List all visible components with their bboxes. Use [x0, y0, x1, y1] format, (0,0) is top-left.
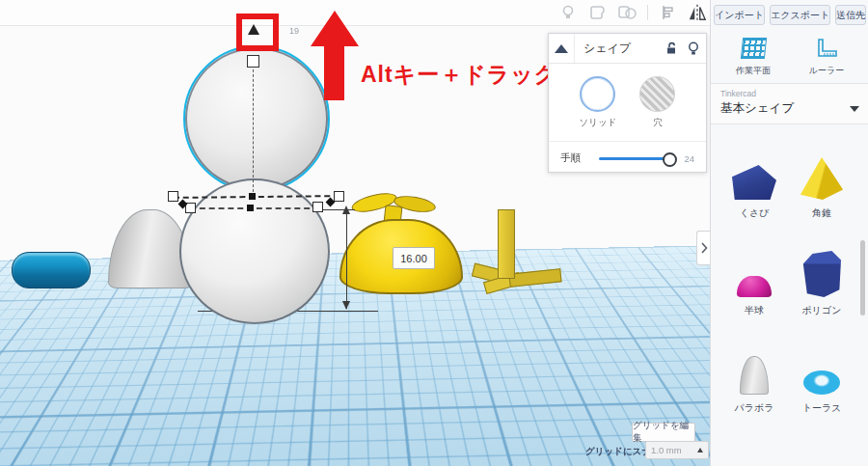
annotation-arrow-shaft [324, 44, 344, 100]
align-icon [660, 5, 675, 20]
ruler-tool[interactable]: ルーラー [798, 38, 855, 77]
shape-item-heart[interactable] [788, 423, 855, 464]
tinkercad-app: 16.00 19 Altキー＋ドラッグ [0, 0, 868, 466]
top-scale-handle[interactable] [247, 55, 259, 68]
shape-icon [588, 4, 608, 21]
mid-scale-handle[interactable] [247, 205, 254, 211]
steps-slider[interactable] [599, 157, 676, 160]
workplane-grid-icon [740, 38, 766, 59]
selection-box-front-edge [190, 207, 319, 209]
scale-handle[interactable] [312, 202, 323, 212]
dimension-arrow-up [342, 206, 350, 214]
scale-handle[interactable] [334, 191, 344, 202]
toolbar-divider [647, 5, 648, 20]
pyramid-shape-icon [800, 157, 844, 200]
shape-item-paraboloid[interactable]: パラボラ [720, 325, 788, 419]
send-to-button[interactable]: 送信先 [835, 5, 866, 25]
dimension-arrow-down [342, 301, 350, 310]
workplane-tool[interactable]: 作業平面 [724, 38, 782, 77]
shape-item-torus[interactable]: トーラス [788, 325, 855, 419]
lock-button[interactable] [662, 39, 681, 58]
align-button[interactable] [657, 2, 678, 23]
library-brand: Tinkercad [720, 89, 859, 98]
wedge-shape-icon [732, 165, 776, 200]
shape-item-label: くさび [740, 206, 770, 218]
ruler-icon [815, 38, 838, 59]
panel-scrollbar[interactable] [860, 240, 865, 315]
shape-library-grid: くさび 角錐 半球 ポリゴン パラボラ トーラス [711, 124, 868, 464]
shape-item-polygon[interactable]: ポリゴン [788, 228, 855, 321]
group-shapes-icon [617, 4, 638, 21]
partial-dimension-text: 19 [289, 26, 299, 36]
paraboloid-shape-icon [740, 356, 769, 395]
caret-down-icon [850, 106, 859, 112]
torus-shape-icon [803, 370, 840, 395]
hemisphere-shape-icon [737, 276, 772, 297]
shape-item-label: トーラス [802, 401, 842, 413]
steps-value: 24 [684, 153, 694, 164]
steps-label: 手順 [560, 151, 589, 165]
mirror-button[interactable] [687, 2, 708, 23]
dimension-value-box[interactable]: 16.00 [393, 247, 435, 269]
collapse-inspector-button[interactable] [549, 34, 575, 63]
solid-label: ソリッド [580, 117, 617, 129]
bulb-icon [559, 4, 577, 21]
shape-panel-header: シェイプ [549, 34, 706, 64]
scale-handle[interactable] [168, 191, 178, 202]
mirror-icon [687, 3, 708, 22]
shape-item-pyramid[interactable]: 角錐 [788, 130, 855, 224]
lightbulb-icon [688, 41, 699, 56]
group-button[interactable] [587, 2, 609, 23]
shape-panel-title: シェイプ [583, 41, 662, 57]
collapse-panel-tab[interactable] [696, 231, 711, 265]
ungroup-button[interactable] [617, 2, 638, 23]
caret-up-icon [697, 448, 703, 452]
triangle-up-icon [555, 44, 568, 53]
hide-button[interactable] [684, 39, 703, 58]
unlock-icon [665, 41, 678, 55]
snap-grid-dropdown[interactable]: 1.0 mm [645, 441, 709, 459]
import-button[interactable]: インポート [714, 5, 765, 25]
shape-item-wedge[interactable]: くさび [720, 130, 788, 224]
export-button[interactable]: エクスポート [770, 5, 830, 25]
dimension-value: 16.00 [400, 253, 427, 264]
hole-option[interactable]: 穴 [639, 76, 675, 129]
bottom-sphere[interactable] [179, 178, 330, 324]
workplane-tool-label: 作業平面 [736, 65, 771, 77]
library-panel: インポート エクスポート 送信先 作業平面 ルーラー Tinkercad 基本シ… [710, 0, 868, 466]
chevron-right-icon [700, 242, 708, 254]
solid-option[interactable]: ソリッド [580, 76, 617, 129]
snap-grid-value: 1.0 mm [651, 445, 682, 455]
slider-knob[interactable] [663, 152, 677, 167]
solid-color-circle [580, 76, 615, 112]
polygon-shape-icon [802, 251, 841, 297]
shape-item-label: 角錐 [812, 206, 831, 218]
annotation-text: Altキー＋ドラッグ [361, 60, 557, 90]
show-all-button[interactable] [557, 2, 579, 23]
shape-item-tube[interactable] [720, 423, 788, 464]
edit-grid-button[interactable]: グリッドを編集 [632, 423, 695, 442]
selection-axis-line [253, 60, 254, 197]
raise-cone-handle-icon[interactable] [248, 24, 259, 35]
mid-scale-handle[interactable] [249, 193, 256, 200]
shape-item-label: パラボラ [735, 401, 774, 413]
ruler-tool-label: ルーラー [809, 65, 844, 77]
library-dropdown[interactable]: Tinkercad 基本シェイプ [711, 83, 868, 124]
annotation-arrow-head [311, 11, 359, 46]
shape-item-hemisphere[interactable]: 半球 [720, 228, 788, 321]
shape-item-label: 半球 [745, 304, 764, 315]
yellow-t-shape[interactable] [498, 209, 515, 279]
blue-rounded-shape[interactable] [12, 252, 91, 288]
dimension-line [346, 211, 347, 309]
hole-label: 穴 [653, 117, 663, 129]
hole-pattern-circle [639, 76, 675, 112]
shape-inspector-panel: シェイプ ソリッド 穴 手順 24 [548, 33, 707, 173]
shape-item-label: ポリゴン [802, 304, 842, 315]
library-selected: 基本シェイプ [720, 100, 794, 117]
